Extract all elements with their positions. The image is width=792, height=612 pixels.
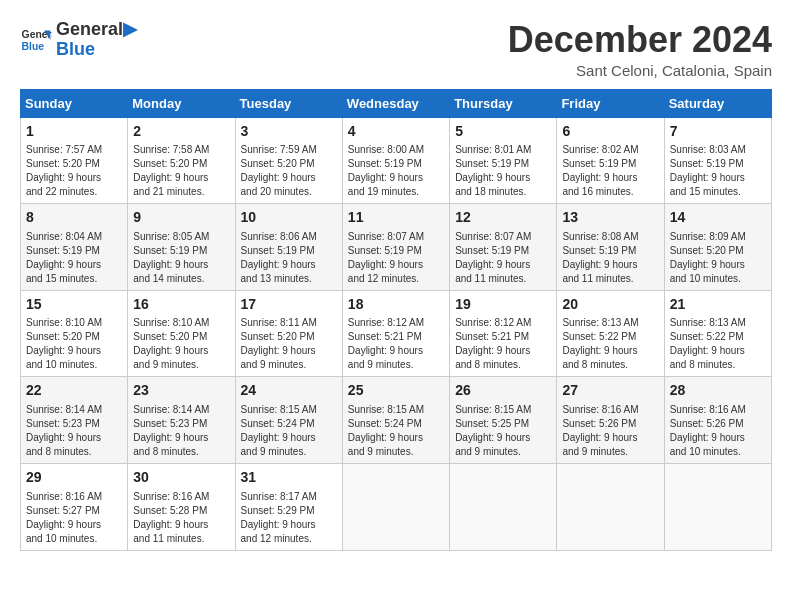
calendar-cell: 18Sunrise: 8:12 AMSunset: 5:21 PMDayligh…	[342, 290, 449, 377]
day-number: 2	[133, 122, 229, 142]
page-header: General Blue General▶ Blue December 2024…	[20, 20, 772, 79]
day-number: 13	[562, 208, 658, 228]
day-number: 21	[670, 295, 766, 315]
calendar-cell	[664, 463, 771, 550]
calendar-cell: 4Sunrise: 8:00 AMSunset: 5:19 PMDaylight…	[342, 117, 449, 204]
calendar-week-row: 22Sunrise: 8:14 AMSunset: 5:23 PMDayligh…	[21, 377, 772, 464]
day-number: 19	[455, 295, 551, 315]
logo: General Blue General▶ Blue	[20, 20, 137, 60]
day-number: 20	[562, 295, 658, 315]
calendar-cell: 27Sunrise: 8:16 AMSunset: 5:26 PMDayligh…	[557, 377, 664, 464]
day-info: Sunrise: 8:15 AMSunset: 5:24 PMDaylight:…	[348, 403, 444, 459]
day-info: Sunrise: 8:17 AMSunset: 5:29 PMDaylight:…	[241, 490, 337, 546]
weekday-header-tuesday: Tuesday	[235, 89, 342, 117]
day-info: Sunrise: 8:06 AMSunset: 5:19 PMDaylight:…	[241, 230, 337, 286]
calendar-week-row: 1Sunrise: 7:57 AMSunset: 5:20 PMDaylight…	[21, 117, 772, 204]
calendar-week-row: 8Sunrise: 8:04 AMSunset: 5:19 PMDaylight…	[21, 204, 772, 291]
day-number: 6	[562, 122, 658, 142]
day-info: Sunrise: 7:59 AMSunset: 5:20 PMDaylight:…	[241, 143, 337, 199]
weekday-header-row: SundayMondayTuesdayWednesdayThursdayFrid…	[21, 89, 772, 117]
day-number: 29	[26, 468, 122, 488]
calendar-table: SundayMondayTuesdayWednesdayThursdayFrid…	[20, 89, 772, 551]
day-info: Sunrise: 8:14 AMSunset: 5:23 PMDaylight:…	[26, 403, 122, 459]
calendar-cell: 26Sunrise: 8:15 AMSunset: 5:25 PMDayligh…	[450, 377, 557, 464]
calendar-cell: 1Sunrise: 7:57 AMSunset: 5:20 PMDaylight…	[21, 117, 128, 204]
calendar-cell: 9Sunrise: 8:05 AMSunset: 5:19 PMDaylight…	[128, 204, 235, 291]
weekday-header-monday: Monday	[128, 89, 235, 117]
logo-line2: Blue	[56, 40, 137, 60]
day-info: Sunrise: 8:07 AMSunset: 5:19 PMDaylight:…	[348, 230, 444, 286]
day-info: Sunrise: 8:13 AMSunset: 5:22 PMDaylight:…	[670, 316, 766, 372]
day-info: Sunrise: 7:58 AMSunset: 5:20 PMDaylight:…	[133, 143, 229, 199]
calendar-cell: 19Sunrise: 8:12 AMSunset: 5:21 PMDayligh…	[450, 290, 557, 377]
day-info: Sunrise: 8:16 AMSunset: 5:27 PMDaylight:…	[26, 490, 122, 546]
day-number: 27	[562, 381, 658, 401]
calendar-cell: 5Sunrise: 8:01 AMSunset: 5:19 PMDaylight…	[450, 117, 557, 204]
day-number: 16	[133, 295, 229, 315]
calendar-cell: 2Sunrise: 7:58 AMSunset: 5:20 PMDaylight…	[128, 117, 235, 204]
calendar-week-row: 15Sunrise: 8:10 AMSunset: 5:20 PMDayligh…	[21, 290, 772, 377]
day-info: Sunrise: 8:00 AMSunset: 5:19 PMDaylight:…	[348, 143, 444, 199]
day-number: 11	[348, 208, 444, 228]
calendar-week-row: 29Sunrise: 8:16 AMSunset: 5:27 PMDayligh…	[21, 463, 772, 550]
day-number: 1	[26, 122, 122, 142]
day-number: 10	[241, 208, 337, 228]
day-info: Sunrise: 8:03 AMSunset: 5:19 PMDaylight:…	[670, 143, 766, 199]
day-info: Sunrise: 8:01 AMSunset: 5:19 PMDaylight:…	[455, 143, 551, 199]
day-number: 9	[133, 208, 229, 228]
day-info: Sunrise: 8:16 AMSunset: 5:26 PMDaylight:…	[562, 403, 658, 459]
calendar-cell: 12Sunrise: 8:07 AMSunset: 5:19 PMDayligh…	[450, 204, 557, 291]
calendar-cell: 30Sunrise: 8:16 AMSunset: 5:28 PMDayligh…	[128, 463, 235, 550]
calendar-cell	[342, 463, 449, 550]
calendar-cell: 23Sunrise: 8:14 AMSunset: 5:23 PMDayligh…	[128, 377, 235, 464]
day-number: 24	[241, 381, 337, 401]
day-number: 25	[348, 381, 444, 401]
calendar-cell: 7Sunrise: 8:03 AMSunset: 5:19 PMDaylight…	[664, 117, 771, 204]
calendar-cell: 22Sunrise: 8:14 AMSunset: 5:23 PMDayligh…	[21, 377, 128, 464]
calendar-cell	[450, 463, 557, 550]
weekday-header-sunday: Sunday	[21, 89, 128, 117]
calendar-cell: 31Sunrise: 8:17 AMSunset: 5:29 PMDayligh…	[235, 463, 342, 550]
day-number: 18	[348, 295, 444, 315]
day-info: Sunrise: 8:09 AMSunset: 5:20 PMDaylight:…	[670, 230, 766, 286]
day-info: Sunrise: 8:13 AMSunset: 5:22 PMDaylight:…	[562, 316, 658, 372]
day-number: 4	[348, 122, 444, 142]
day-info: Sunrise: 8:07 AMSunset: 5:19 PMDaylight:…	[455, 230, 551, 286]
day-number: 31	[241, 468, 337, 488]
day-number: 12	[455, 208, 551, 228]
weekday-header-friday: Friday	[557, 89, 664, 117]
day-number: 23	[133, 381, 229, 401]
day-info: Sunrise: 8:08 AMSunset: 5:19 PMDaylight:…	[562, 230, 658, 286]
day-number: 22	[26, 381, 122, 401]
day-info: Sunrise: 8:02 AMSunset: 5:19 PMDaylight:…	[562, 143, 658, 199]
day-info: Sunrise: 8:16 AMSunset: 5:26 PMDaylight:…	[670, 403, 766, 459]
weekday-header-saturday: Saturday	[664, 89, 771, 117]
day-info: Sunrise: 8:11 AMSunset: 5:20 PMDaylight:…	[241, 316, 337, 372]
calendar-cell: 16Sunrise: 8:10 AMSunset: 5:20 PMDayligh…	[128, 290, 235, 377]
day-number: 8	[26, 208, 122, 228]
day-info: Sunrise: 8:15 AMSunset: 5:25 PMDaylight:…	[455, 403, 551, 459]
calendar-cell: 29Sunrise: 8:16 AMSunset: 5:27 PMDayligh…	[21, 463, 128, 550]
day-number: 15	[26, 295, 122, 315]
day-info: Sunrise: 8:16 AMSunset: 5:28 PMDaylight:…	[133, 490, 229, 546]
calendar-subtitle: Sant Celoni, Catalonia, Spain	[508, 62, 772, 79]
calendar-cell: 21Sunrise: 8:13 AMSunset: 5:22 PMDayligh…	[664, 290, 771, 377]
calendar-cell: 20Sunrise: 8:13 AMSunset: 5:22 PMDayligh…	[557, 290, 664, 377]
day-info: Sunrise: 8:15 AMSunset: 5:24 PMDaylight:…	[241, 403, 337, 459]
day-number: 14	[670, 208, 766, 228]
calendar-cell: 25Sunrise: 8:15 AMSunset: 5:24 PMDayligh…	[342, 377, 449, 464]
day-number: 30	[133, 468, 229, 488]
logo-icon: General Blue	[20, 24, 52, 56]
calendar-cell: 28Sunrise: 8:16 AMSunset: 5:26 PMDayligh…	[664, 377, 771, 464]
calendar-cell: 10Sunrise: 8:06 AMSunset: 5:19 PMDayligh…	[235, 204, 342, 291]
weekday-header-wednesday: Wednesday	[342, 89, 449, 117]
day-info: Sunrise: 8:04 AMSunset: 5:19 PMDaylight:…	[26, 230, 122, 286]
calendar-cell: 6Sunrise: 8:02 AMSunset: 5:19 PMDaylight…	[557, 117, 664, 204]
day-number: 5	[455, 122, 551, 142]
calendar-cell: 14Sunrise: 8:09 AMSunset: 5:20 PMDayligh…	[664, 204, 771, 291]
day-number: 3	[241, 122, 337, 142]
day-info: Sunrise: 7:57 AMSunset: 5:20 PMDaylight:…	[26, 143, 122, 199]
day-info: Sunrise: 8:10 AMSunset: 5:20 PMDaylight:…	[133, 316, 229, 372]
title-section: December 2024 Sant Celoni, Catalonia, Sp…	[508, 20, 772, 79]
calendar-cell: 8Sunrise: 8:04 AMSunset: 5:19 PMDaylight…	[21, 204, 128, 291]
